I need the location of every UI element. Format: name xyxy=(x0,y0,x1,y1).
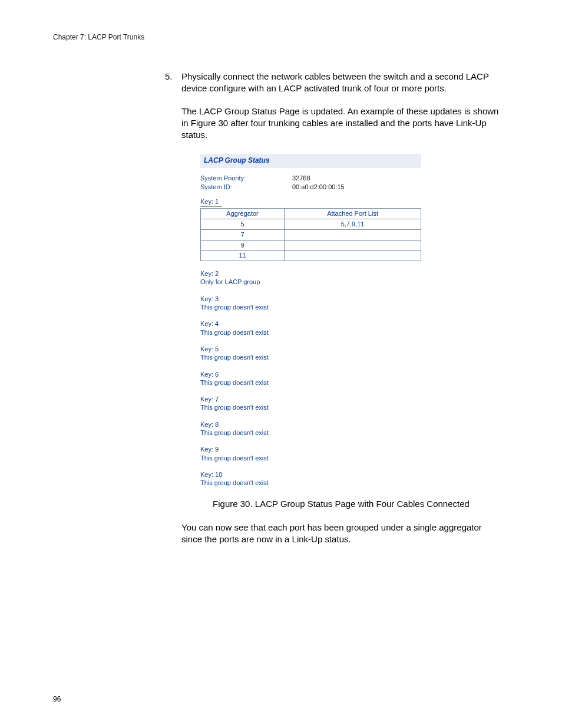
paragraph-update: The LACP Group Status Page is updated. A… xyxy=(165,106,501,141)
step-number: 5. xyxy=(165,71,181,95)
aggregator-table: Aggregator Attached Port List 5 5,7,9,11… xyxy=(200,208,421,261)
step-5: 5. Physically connect the network cables… xyxy=(165,71,501,95)
ports-cell xyxy=(285,229,421,240)
figure-title-bar: LACP Group Status xyxy=(200,154,421,168)
agg-cell: 5 xyxy=(201,219,285,229)
key-group: Key: 6 This group doesn't exist xyxy=(200,370,421,387)
col-aggregator: Aggregator xyxy=(201,208,285,219)
key-msg: This group doesn't exist xyxy=(200,429,421,437)
key-msg: This group doesn't exist xyxy=(200,353,421,361)
ports-cell: 5,7,9,11 xyxy=(285,219,421,229)
key-group: Key: 2 Only for LACP group xyxy=(200,269,421,286)
key-msg: This group doesn't exist xyxy=(200,454,421,462)
sys-priority-row: System Priority: 32768 xyxy=(200,174,421,183)
key-group: Key: 5 This group doesn't exist xyxy=(200,345,421,362)
ports-cell xyxy=(285,240,421,251)
sys-id-label: System ID: xyxy=(200,183,292,192)
key-msg: This group doesn't exist xyxy=(200,479,421,487)
sys-priority-label: System Priority: xyxy=(200,174,292,183)
ports-cell xyxy=(285,251,421,261)
figure-lacp-status: LACP Group Status System Priority: 32768… xyxy=(200,154,421,487)
key-group: Key: 7 This group doesn't exist xyxy=(200,395,421,412)
key-group: Key: 8 This group doesn't exist xyxy=(200,420,421,437)
key-label: Key: 8 xyxy=(200,420,421,429)
step-text: Physically connect the network cables be… xyxy=(181,71,501,95)
key1-label: Key: 1 xyxy=(200,197,222,207)
figure-body: System Priority: 32768 System ID: 00:a0:… xyxy=(200,168,421,487)
key-group: Key: 4 This group doesn't exist xyxy=(200,319,421,337)
figure-caption: Figure 30. LACP Group Status Page with F… xyxy=(181,498,501,510)
table-header-row: Aggregator Attached Port List xyxy=(201,208,421,219)
key-msg: This group doesn't exist xyxy=(200,403,421,411)
page: Chapter 7: LACP Port Trunks 5. Physicall… xyxy=(0,0,562,728)
key-label: Key: 7 xyxy=(200,395,421,403)
agg-cell: 11 xyxy=(201,251,285,261)
col-attached-ports: Attached Port List xyxy=(285,208,421,219)
key-label: Key: 9 xyxy=(200,445,421,453)
key-group: Key: 10 This group doesn't exist xyxy=(200,470,421,487)
sys-id-row: System ID: 00:a0:d2:00:00:15 xyxy=(200,183,421,192)
key-label: Key: 2 xyxy=(200,269,421,278)
sys-id-value: 00:a0:d2:00:00:15 xyxy=(292,183,345,192)
sys-priority-value: 32768 xyxy=(292,174,310,183)
table-row: 11 xyxy=(201,251,421,261)
key-msg: This group doesn't exist xyxy=(200,378,421,387)
key-msg: Only for LACP group xyxy=(200,278,421,286)
key-label: Key: 10 xyxy=(200,470,421,479)
agg-cell: 7 xyxy=(201,229,285,240)
table-row: 9 xyxy=(201,240,421,251)
running-head: Chapter 7: LACP Port Trunks xyxy=(53,33,509,41)
key-group: Key: 9 This group doesn't exist xyxy=(200,445,421,462)
page-number: 96 xyxy=(53,695,61,703)
table-row: 7 xyxy=(201,229,421,240)
key-label: Key: 6 xyxy=(200,370,421,378)
key-msg: This group doesn't exist xyxy=(200,303,421,311)
key-label: Key: 4 xyxy=(200,319,421,328)
key-label: Key: 3 xyxy=(200,295,421,303)
key-msg: This group doesn't exist xyxy=(200,328,421,337)
table-row: 5 5,7,9,11 xyxy=(201,219,421,229)
body-content: 5. Physically connect the network cables… xyxy=(165,71,501,545)
agg-cell: 9 xyxy=(201,240,285,251)
key-group: Key: 3 This group doesn't exist xyxy=(200,295,421,312)
key-label: Key: 5 xyxy=(200,345,421,353)
paragraph-conclusion: You can now see that each port has been … xyxy=(165,522,501,546)
